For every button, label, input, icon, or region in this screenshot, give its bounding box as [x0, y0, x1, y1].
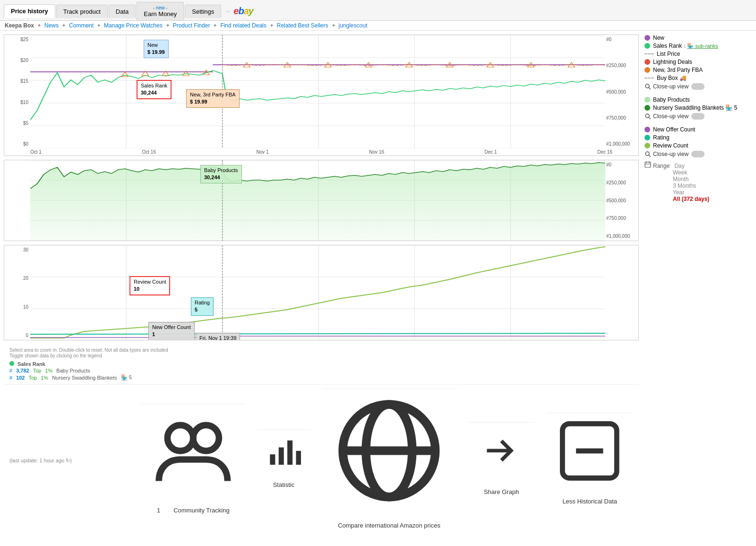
closeup-toggle-1[interactable] — [691, 83, 704, 90]
chart-subranks: #0 #250,000 #500,000 #750,000 #1,000,000 — [4, 160, 639, 241]
svg-point-68 — [645, 152, 649, 156]
closeup-row-2: Close-up view — [644, 113, 752, 120]
chart3-y-right — [605, 245, 638, 340]
svg-point-66 — [645, 114, 649, 118]
chart2-y-left — [4, 160, 30, 241]
globe-icon — [331, 393, 447, 509]
chart2-y-right: #0 #250,000 #500,000 #750,000 #1,000,000 — [605, 160, 638, 241]
nav-junglescout[interactable]: junglescout — [339, 22, 368, 29]
rank-row-2: # 102 Top 1% Nursery Swaddling Blankets … — [9, 374, 633, 381]
footer-compare[interactable]: Compare international Amazon prices — [322, 389, 456, 533]
chart1-area[interactable]: New $ 19.99 Sales Rank 30,244 New, 3rd P… — [30, 35, 605, 148]
closeup-toggle-2[interactable] — [691, 113, 704, 120]
tab-track-product[interactable]: Track product — [56, 5, 108, 18]
nav-related-best-sellers[interactable]: Related Best Sellers — [277, 22, 328, 29]
closeup-row-1: Close-up view — [644, 83, 752, 90]
nav-comment[interactable]: Comment — [69, 22, 94, 29]
chart3-inner: 30 20 10 0 — [4, 245, 638, 340]
footer-less-historical[interactable]: Less Historical Data — [546, 413, 633, 509]
chart-price-sales: $25 $20 $15 $10 $5 $0 #0 #250,000 #500,0… — [4, 35, 639, 156]
svg-rect-57 — [287, 440, 292, 464]
chart2-svg — [30, 160, 605, 241]
rank-row-1: # 3,782 Top 1% Baby Products — [9, 368, 633, 373]
svg-point-64 — [645, 84, 649, 88]
svg-rect-56 — [278, 447, 284, 465]
svg-line-49 — [30, 333, 605, 334]
svg-point-54 — [193, 425, 219, 451]
nav-manage-price-watches[interactable]: Manage Price Watches — [104, 22, 163, 29]
main-container: $25 $20 $15 $10 $5 $0 #0 #250,000 #500,0… — [0, 31, 756, 540]
tab-data[interactable]: Data — [109, 5, 136, 18]
footer-community-tracking[interactable]: 1 Community Tracking — [141, 404, 246, 518]
share-icon — [477, 426, 525, 475]
legend-section-3: New Offer Count Rating Review Count Clos… — [644, 126, 752, 202]
arrow-icon: → — [225, 8, 231, 15]
legend-section-2: Baby Products Nursery Swaddling Blankets… — [644, 96, 752, 120]
chart2-inner: #0 #250,000 #500,000 #750,000 #1,000,000 — [4, 160, 638, 241]
minus-square-icon — [556, 417, 624, 485]
legend-baby-products: Baby Products — [644, 96, 752, 103]
legend-area: New Sales Rank ↕ 🏪 sub-ranks List Price … — [639, 35, 752, 537]
svg-rect-70 — [645, 162, 651, 167]
calendar-icon — [644, 161, 651, 168]
nav-find-related-deals[interactable]: Find related Deals — [220, 22, 266, 29]
nav-brand: Keepa Box — [5, 22, 34, 29]
charts-area: $25 $20 $15 $10 $5 $0 #0 #250,000 #500,0… — [4, 35, 639, 537]
closeup-row-3: Close-up view — [644, 151, 752, 157]
svg-point-53 — [167, 425, 193, 451]
legend-new: New — [644, 35, 752, 41]
closeup-toggle-3[interactable] — [691, 151, 704, 157]
chart3-area[interactable]: Review Count 10 Rating 5 New Offer Count… — [30, 245, 605, 340]
nav-news[interactable]: News — [44, 22, 59, 29]
search-icon — [644, 83, 651, 90]
chart2-area[interactable]: Baby Products 30,244 — [30, 160, 605, 241]
legend-buybox: Buy Box 🚚 — [644, 75, 752, 81]
svg-line-69 — [649, 155, 651, 157]
ebay-logo: ebay — [233, 6, 253, 17]
search-icon-3 — [644, 151, 651, 157]
svg-line-65 — [649, 87, 651, 89]
legend-review-count: Review Count — [644, 142, 752, 149]
chart3-svg — [30, 245, 605, 340]
svg-rect-55 — [270, 454, 275, 465]
tab-settings[interactable]: Settings — [185, 5, 221, 18]
legend-new-offer-count: New Offer Count — [644, 126, 752, 133]
chart1-y-right: #0 #250,000 #500,000 #750,000 #1,000,000 — [605, 35, 638, 148]
legend-fba: New, 3rd Party FBA — [644, 67, 752, 73]
legend-lightning-deals: Lightning Deals — [644, 59, 752, 65]
footer-share[interactable]: Share Graph — [468, 422, 535, 499]
legend-rating: Rating — [644, 134, 752, 141]
legend-section-1: New Sales Rank ↕ 🏪 sub-ranks List Price … — [644, 35, 752, 90]
legend-sales-rank: Sales Rank ↕ 🏪 sub-ranks — [644, 43, 752, 49]
svg-marker-38 — [30, 163, 605, 241]
svg-line-67 — [649, 117, 651, 119]
svg-rect-58 — [296, 451, 301, 464]
chart-reviews: 30 20 10 0 — [4, 245, 639, 340]
tabs-bar: Price history Track product Data - new -… — [0, 0, 756, 21]
chart1-inner: $25 $20 $15 $10 $5 $0 #0 #250,000 #500,0… — [4, 35, 638, 148]
tab-earn-money[interactable]: - new - Earn Money — [137, 2, 184, 20]
chart1-y-left: $25 $20 $15 $10 $5 $0 — [4, 35, 30, 148]
tab-price-history[interactable]: Price history — [4, 4, 55, 18]
bottom-info: Select area to zoom in. Double-click to … — [4, 344, 639, 384]
search-icon-2 — [644, 113, 651, 120]
select-hint: Select area to zoom in. Double-click to … — [9, 347, 633, 353]
toggle-hint: Toggle shown data by clicking on the leg… — [9, 353, 633, 358]
community-icon — [150, 408, 236, 494]
chart1-x-axis: Oct 1 Oct 16 Nov 1 Nov 16 Dec 1 Dec 16 — [4, 148, 638, 156]
legend-nursery: Nursery Swaddling Blankets 🏪 5 — [644, 104, 752, 111]
legend-list-price: List Price — [644, 51, 752, 57]
nav-bar: Keepa Box ✦ News ✦ Comment ✦ Manage Pric… — [0, 21, 756, 31]
statistic-icon — [266, 433, 301, 468]
chart3-y-left: 30 20 10 0 — [4, 245, 30, 340]
chart1-svg — [30, 35, 605, 148]
range-section: Range Day Week Month 3 Months Year All (… — [644, 161, 752, 202]
sales-rank-dot — [9, 361, 14, 366]
footer-statistic[interactable]: Statistic — [257, 429, 311, 493]
nav-product-finder[interactable]: Product Finder — [173, 22, 210, 29]
footer-bar: (last update: 1 hour ago ↻) 1 Community … — [4, 384, 639, 537]
